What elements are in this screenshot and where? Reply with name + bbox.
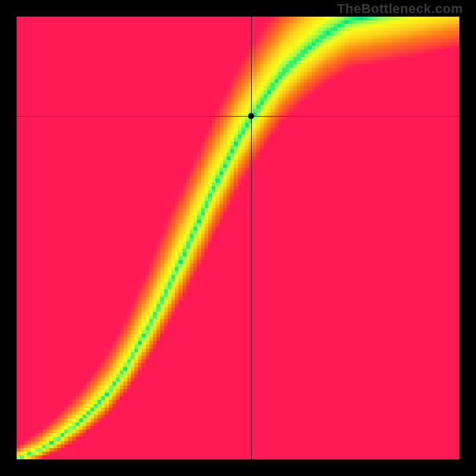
crosshair-horizontal <box>17 116 459 117</box>
watermark-text: TheBottleneck.com <box>337 1 463 17</box>
bottleneck-heatmap <box>17 17 459 459</box>
selection-marker <box>248 113 254 119</box>
crosshair-vertical <box>251 17 252 459</box>
chart-frame: TheBottleneck.com <box>0 0 476 476</box>
